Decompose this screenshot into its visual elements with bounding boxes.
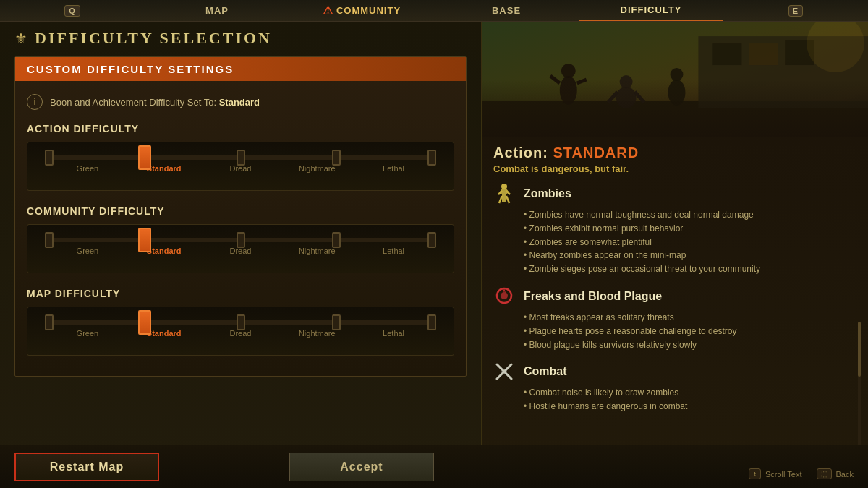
combat-bullets: Combat noise is likely to draw zombies H… (493, 387, 856, 413)
map-label-green: Green (49, 329, 126, 338)
comm-tick-0 (45, 232, 54, 248)
zombie-bullet-2: Zombies are somewhat plentiful (524, 236, 856, 249)
left-panel: ⚜ DIFFICULTY SELECTION CUSTOM DIFFICULTY… (0, 22, 481, 488)
freak-bullet-0: Most freaks appear as solitary threats (524, 312, 856, 324)
category-freaks: Freaks and Blood Plague Most freaks appe… (493, 286, 856, 351)
map-label-lethal: Lethal (355, 329, 432, 338)
zombie-bullet-0: Zombies have normal toughness and deal n… (524, 209, 856, 221)
settings-header: CUSTOM DIFFICULTY SETTINGS (15, 57, 466, 81)
map-tick-75 (332, 314, 341, 330)
scroll-hint-label: Scroll Text (765, 470, 802, 479)
community-slider-thumb[interactable] (138, 228, 151, 252)
accept-button[interactable]: Accept (289, 453, 434, 481)
svg-point-25 (501, 292, 508, 299)
map-difficulty-slider[interactable]: Green Standard Dread Nightmare Lethal (27, 307, 454, 356)
svg-line-21 (506, 196, 509, 203)
svg-line-20 (499, 196, 502, 203)
map-difficulty-section: Map Difficulty Green Standard Dread (15, 282, 466, 364)
comm-tick-100 (427, 232, 436, 248)
combat-icon (493, 361, 515, 382)
freak-icon (493, 286, 515, 307)
right-detail-scroll[interactable]: Zombies Zombies have normal toughness an… (482, 177, 868, 488)
category-zombies: Zombies Zombies have normal toughness an… (493, 183, 856, 275)
nav-difficulty[interactable]: Difficulty (579, 0, 723, 21)
settings-box: CUSTOM DIFFICULTY SETTINGS i Boon and Ac… (14, 56, 467, 377)
tick-50 (237, 150, 245, 166)
map-difficulty-label: Map Difficulty (27, 288, 454, 299)
scroll-indicator (858, 322, 861, 459)
community-difficulty-slider[interactable]: Green Standard Dread Nightmare Lethal (27, 224, 454, 273)
map-label-standard: Standard (126, 329, 203, 338)
map-tick-100 (427, 314, 436, 330)
page-title: DIFFICULTY SELECTION (35, 29, 272, 48)
main-content: ⚜ DIFFICULTY SELECTION CUSTOM DIFFICULTY… (0, 22, 868, 488)
alert-icon: ⚠ (323, 4, 333, 17)
tick-75 (332, 150, 341, 166)
map-tick-0 (45, 314, 54, 330)
action-label-nightmare: Nightmare (278, 164, 355, 173)
map-tick-50 (237, 314, 245, 330)
page-title-row: ⚜ DIFFICULTY SELECTION (14, 29, 467, 48)
tick-0 (45, 150, 54, 166)
combat-bullet-1: Hostile humans are dangerous in combat (524, 401, 856, 413)
svg-line-23 (506, 191, 510, 194)
zombie-bullet-3: Nearby zombies appear on the mini-map (524, 249, 856, 262)
action-title: Action: STANDARD (493, 145, 856, 161)
action-label-green: Green (49, 164, 126, 173)
nav-base[interactable]: Base (434, 0, 579, 21)
back-hint-label: Back (836, 470, 854, 479)
tick-100 (427, 150, 436, 166)
action-value: STANDARD (553, 145, 639, 160)
combat-header: Combat (493, 361, 856, 382)
scroll-thumb (858, 322, 861, 377)
combat-title: Combat (524, 365, 567, 378)
svg-line-22 (498, 191, 502, 194)
back-key-icon: ⬚ (817, 468, 832, 479)
title-icon: ⚜ (14, 30, 27, 47)
top-navigation: Q Map ⚠ Community Base Difficulty E (0, 0, 868, 22)
comm-tick-75 (332, 232, 341, 248)
freak-bullet-1: Plague hearts pose a reasonable challeng… (524, 325, 856, 338)
freak-bullet-2: Blood plague kills survivors relatively … (524, 339, 856, 351)
action-difficulty-label: Action Difficulty (27, 123, 454, 134)
nav-map[interactable]: Map (145, 0, 289, 21)
comm-tick-50 (237, 232, 245, 248)
nav-key-e[interactable]: E (723, 0, 868, 21)
action-difficulty-section: Action Difficulty Green Standard (15, 117, 466, 200)
bottom-bar: Restart Map Accept ↕ Scroll Text ⬚ Back (0, 445, 868, 488)
freaks-header: Freaks and Blood Plague (493, 286, 856, 307)
right-panel: Action: STANDARD Combat is dangerous, bu… (481, 22, 868, 488)
info-text: Boon and Achievement Difficulty Set To: … (50, 97, 260, 108)
nav-community[interactable]: ⚠ Community (289, 0, 434, 21)
info-value: Standard (219, 97, 260, 108)
svg-point-19 (501, 184, 507, 189)
back-hint: ⬚ Back (817, 468, 854, 479)
action-title-row: Action: STANDARD Combat is dangerous, bu… (482, 137, 868, 177)
map-label-nightmare: Nightmare (278, 329, 355, 338)
zombies-title: Zombies (524, 187, 571, 200)
nav-key-q[interactable]: Q (0, 0, 145, 21)
zombies-bullets: Zombies have normal toughness and deal n… (493, 209, 856, 275)
zombie-icon (493, 183, 515, 205)
community-difficulty-section: Community Difficulty Green Standard Drea… (15, 200, 466, 282)
map-slider-track (49, 320, 432, 325)
category-combat: Combat Combat noise is likely to draw zo… (493, 361, 856, 413)
bottom-hints: ↕ Scroll Text ⬚ Back (749, 468, 854, 479)
restart-map-button[interactable]: Restart Map (14, 453, 159, 481)
zombie-bullet-4: Zombie sieges pose an occasional threat … (524, 263, 856, 275)
zombie-bullet-1: Zombies exhibit normal pursuit behavior (524, 223, 856, 235)
q-key-badge: Q (64, 5, 80, 17)
action-label-lethal: Lethal (355, 164, 432, 173)
combat-bullet-0: Combat noise is likely to draw zombies (524, 387, 856, 399)
action-desc: Combat is dangerous, but fair. (493, 163, 856, 174)
freaks-bullets: Most freaks appear as solitary threats P… (493, 312, 856, 351)
action-difficulty-slider[interactable]: Green Standard Dread Nightmare Lethal (27, 142, 454, 191)
scroll-hint: ↕ Scroll Text (749, 468, 802, 479)
comm-label-nightmare: Nightmare (278, 247, 355, 255)
map-slider-thumb[interactable] (138, 310, 151, 335)
action-label-standard: Standard (126, 164, 203, 173)
scene-image (482, 22, 868, 137)
action-slider-track (49, 155, 432, 160)
comm-label-lethal: Lethal (355, 247, 432, 255)
action-slider-thumb[interactable] (138, 145, 151, 170)
